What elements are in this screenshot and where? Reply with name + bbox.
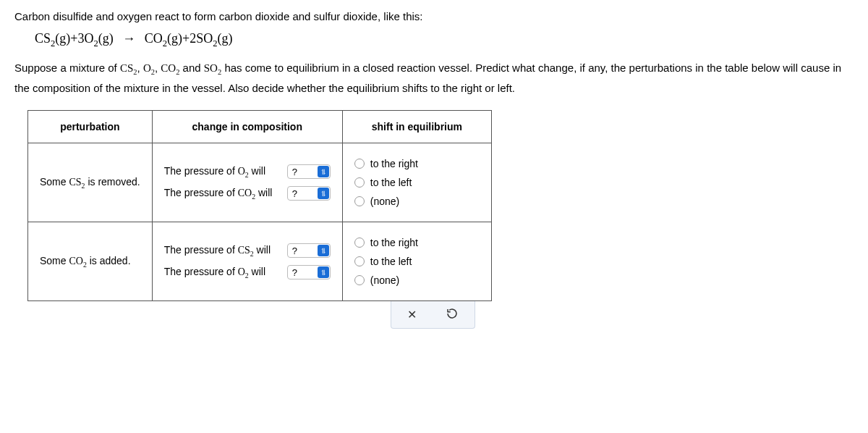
header-perturbation: perturbation <box>28 111 153 143</box>
composition-label: The pressure of CO2 will <box>164 187 280 201</box>
radio-icon <box>354 177 365 188</box>
close-icon[interactable]: ✕ <box>407 308 417 321</box>
composition-label: The pressure of O2 will <box>164 266 280 279</box>
perturbation-cell: Some CS2 is removed. <box>28 143 153 222</box>
radio-icon <box>354 237 365 248</box>
radio-option-left[interactable]: to the left <box>354 256 480 267</box>
shift-cell: to the right to the left (none) <box>342 143 491 222</box>
reset-icon[interactable] <box>446 307 459 322</box>
chemical-equation: CS2(g)+3O2(g) → CO2(g)+2SO2(g) <box>35 31 854 49</box>
radio-option-right[interactable]: to the right <box>354 237 480 248</box>
table-row: Some CS2 is removed. The pressure of O2 … <box>28 143 492 222</box>
composition-label: The pressure of CS2 will <box>164 244 280 258</box>
select-value: ? <box>292 188 297 199</box>
chevron-updown-icon: ⥮ <box>318 188 329 199</box>
radio-option-left[interactable]: to the left <box>354 177 480 188</box>
radio-option-none[interactable]: (none) <box>354 196 480 207</box>
radio-option-none[interactable]: (none) <box>354 274 480 286</box>
composition-select[interactable]: ? ⥮ <box>287 243 331 258</box>
composition-select[interactable]: ? ⥮ <box>287 164 331 179</box>
composition-cell: The pressure of CS2 will ? ⥮ The pressur… <box>152 222 342 301</box>
radio-icon <box>354 196 365 206</box>
radio-icon <box>354 159 365 169</box>
select-value: ? <box>292 167 297 177</box>
radio-option-right[interactable]: to the right <box>354 158 480 169</box>
perturbation-table: perturbation change in composition shift… <box>27 110 492 301</box>
select-value: ? <box>292 245 297 256</box>
composition-label: The pressure of O2 will <box>164 165 280 179</box>
radio-icon <box>354 275 365 285</box>
composition-select[interactable]: ? ⥮ <box>287 265 331 279</box>
question-prompt: Suppose a mixture of CS2, O2, CO2 and SO… <box>14 59 854 97</box>
select-value: ? <box>292 267 297 278</box>
perturbation-cell: Some CO2 is added. <box>28 222 153 301</box>
action-bar: ✕ <box>391 301 475 329</box>
radio-icon <box>354 256 365 266</box>
intro-text: Carbon disulfide and oxygen react to for… <box>14 9 854 25</box>
header-shift: shift in equilibrium <box>342 111 491 143</box>
shift-cell: to the right to the left (none) <box>342 222 491 301</box>
composition-select[interactable]: ? ⥮ <box>287 186 331 201</box>
table-row: Some CO2 is added. The pressure of CS2 w… <box>28 222 492 301</box>
chevron-updown-icon: ⥮ <box>318 266 329 278</box>
composition-cell: The pressure of O2 will ? ⥮ The pressure… <box>152 143 342 222</box>
chevron-updown-icon: ⥮ <box>318 245 329 256</box>
chevron-updown-icon: ⥮ <box>318 166 329 177</box>
header-change: change in composition <box>152 111 342 143</box>
